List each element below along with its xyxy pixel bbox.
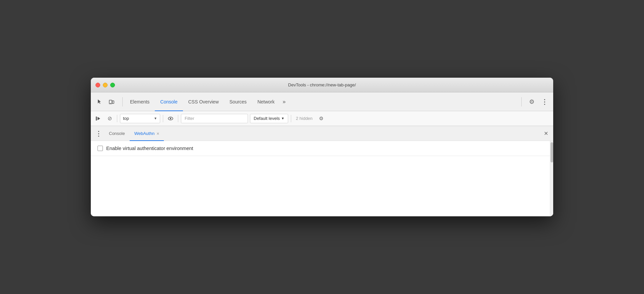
- tab-elements[interactable]: Elements: [125, 93, 155, 111]
- enable-authenticator-label[interactable]: Enable virtual authenticator environment: [98, 146, 193, 151]
- drawer-tabs-bar: ⋮ Console WebAuthn × ✕: [91, 126, 553, 141]
- console-settings-button[interactable]: ⚙: [317, 114, 326, 123]
- clear-console-button[interactable]: ⊘: [105, 114, 114, 123]
- minimize-button[interactable]: [103, 83, 108, 87]
- console-toolbar-divider4: [291, 115, 291, 122]
- console-gear-icon: ⚙: [319, 116, 323, 122]
- scrollbar-thumb[interactable]: [551, 142, 553, 162]
- execute-icon: [95, 116, 101, 121]
- cursor-icon: [96, 99, 103, 105]
- drawer-tab-webauthn[interactable]: WebAuthn ×: [130, 127, 164, 141]
- traffic-lights: [95, 83, 115, 87]
- default-levels-selector[interactable]: Default levels ▼: [250, 114, 288, 123]
- context-selector[interactable]: top ▼: [120, 114, 160, 123]
- clear-icon: ⊘: [108, 115, 112, 122]
- devtools-tabs: Elements Console CSS Overview Sources Ne…: [125, 92, 519, 111]
- gear-icon: ⚙: [529, 98, 534, 105]
- levels-arrow-icon: ▼: [281, 117, 284, 120]
- drawer-content-area: Enable virtual authenticator environment: [91, 141, 553, 216]
- console-toolbar-divider: [117, 115, 117, 122]
- maximize-button[interactable]: [110, 83, 115, 87]
- more-options-button[interactable]: ⋮: [539, 96, 550, 107]
- title-bar: DevTools - chrome://new-tab-page/: [91, 78, 553, 92]
- scrollbar-track[interactable]: [550, 141, 553, 216]
- tab-network[interactable]: Network: [252, 93, 280, 111]
- drawer-tabs: Console WebAuthn ×: [104, 126, 541, 141]
- enable-authenticator-checkbox[interactable]: [98, 146, 103, 151]
- console-toolbar-divider2: [163, 115, 163, 122]
- hidden-count-label: 2 hidden: [294, 116, 315, 121]
- device-toolbar-button[interactable]: [106, 96, 117, 107]
- drawer-tab-console[interactable]: Console: [104, 127, 130, 141]
- console-toolbar-divider3: [178, 115, 178, 122]
- tab-css-overview[interactable]: CSS Overview: [183, 93, 224, 111]
- svg-point-6: [170, 118, 171, 119]
- dropdown-arrow-icon: ▼: [154, 117, 157, 120]
- close-icon: ✕: [544, 130, 548, 137]
- close-button[interactable]: [95, 83, 100, 87]
- toolbar-divider: [122, 97, 123, 106]
- svg-rect-3: [96, 117, 97, 121]
- tab-sources[interactable]: Sources: [224, 93, 252, 111]
- devtools-toolbar: Elements Console CSS Overview Sources Ne…: [91, 92, 553, 111]
- svg-rect-1: [112, 101, 114, 103]
- main-content: ⋮ Console WebAuthn × ✕ Enable virtua: [91, 126, 553, 216]
- console-toolbar: ⊘ top ▼ Default levels ▼ 2 hidden ⚙: [91, 111, 553, 126]
- close-webauthn-tab-button[interactable]: ×: [156, 131, 159, 136]
- vertical-dots-icon: ⋮: [95, 130, 102, 138]
- toolbar-right-icons: ⚙ ⋮: [526, 96, 550, 107]
- eye-icon: [168, 116, 174, 122]
- execute-context-button[interactable]: [93, 114, 103, 123]
- svg-marker-4: [98, 117, 100, 120]
- filter-input[interactable]: [181, 114, 248, 123]
- select-element-button[interactable]: [94, 96, 105, 107]
- drawer-menu-button[interactable]: ⋮: [93, 129, 103, 138]
- device-icon: [109, 99, 115, 105]
- close-drawer-button[interactable]: ✕: [541, 129, 551, 138]
- empty-content-area: [91, 156, 553, 216]
- devtools-window: DevTools - chrome://new-tab-page/: [91, 78, 553, 216]
- live-expressions-button[interactable]: [166, 114, 175, 123]
- toolbar-divider-right: [521, 97, 522, 106]
- tab-overflow-button[interactable]: »: [280, 92, 288, 111]
- webauthn-content: Enable virtual authenticator environment: [91, 141, 553, 156]
- tab-console[interactable]: Console: [155, 93, 183, 111]
- settings-button[interactable]: ⚙: [526, 96, 537, 107]
- more-icon: ⋮: [541, 98, 548, 106]
- window-title: DevTools - chrome://new-tab-page/: [288, 82, 356, 87]
- toolbar-icon-group: [94, 96, 117, 107]
